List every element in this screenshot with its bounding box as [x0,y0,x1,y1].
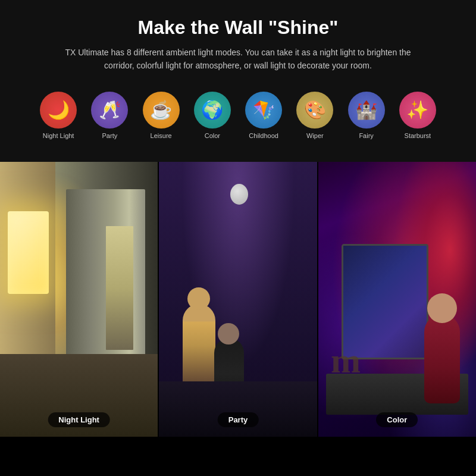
mode-icon-leisure: ☕ [150,99,172,120]
mode-label-color: Color [205,132,220,139]
party-balloon [230,184,248,205]
mode-color[interactable]: 🌍 Color [190,92,235,139]
mode-icon-childhood: 🪁 [253,99,275,120]
photos-section: Night Light Party m [0,162,476,437]
mode-label-leisure: Leisure [151,132,172,139]
mode-starburst[interactable]: ✨ Starburst [395,92,440,139]
mode-icon-starburst: ✨ [406,99,428,120]
mode-circle-wiper: 🎨 [296,92,333,129]
mode-circle-color: 🌍 [194,92,231,129]
photo-panel-color: m Color [317,162,476,437]
mode-label-nightlight: Night Light [43,132,74,139]
scene-party [159,162,317,437]
photo-label-color: Color [376,412,418,427]
party-person1 [183,304,215,387]
mode-fairy[interactable]: 🏰 Fairy [344,92,389,139]
modes-row: 🌙 Night Light 🥂 Party ☕ Leisure 🌍 Color … [36,86,440,150]
wall-light-square [8,211,49,294]
photo-panel-nightlight: Night Light [0,162,158,437]
mode-icon-party: 🥂 [99,99,121,120]
mode-nightlight[interactable]: 🌙 Night Light [36,92,81,139]
photo-bg-color: m [318,162,476,437]
mode-party[interactable]: 🥂 Party [87,92,132,139]
mode-icon-wiper: 🎨 [304,99,326,120]
mode-circle-nightlight: 🌙 [40,92,77,129]
hallway-inner [106,226,133,350]
photo-label-nightlight: Night Light [48,412,110,427]
photo-bg-nightlight [0,162,158,437]
top-section: Make the Wall "Shine" TX Ultimate has 8 … [0,0,476,162]
main-title: Make the Wall "Shine" [36,17,440,39]
mode-label-starburst: Starburst [405,132,431,139]
mode-circle-starburst: ✨ [399,92,436,129]
mode-wiper[interactable]: 🎨 Wiper [292,92,337,139]
mode-circle-childhood: 🪁 [245,92,282,129]
mode-circle-fairy: 🏰 [348,92,385,129]
mode-icon-fairy: 🏰 [355,99,377,120]
mode-icon-color: 🌍 [201,99,223,120]
mode-leisure[interactable]: ☕ Leisure [139,92,184,139]
mode-circle-party: 🥂 [91,92,128,129]
scene-nightlight [0,162,158,437]
scene-color: m [318,162,476,437]
party-floor [159,381,317,436]
mode-label-party: Party [102,132,118,139]
subtitle: TX Ultimate has 8 different ambient ligh… [60,46,416,73]
mode-circle-leisure: ☕ [143,92,180,129]
mode-icon-nightlight: 🌙 [48,99,70,120]
photo-bg-party [159,162,317,437]
photo-panel-party: Party [158,162,317,437]
color-person [424,314,460,403]
photo-label-party: Party [218,412,259,427]
mode-label-childhood: Childhood [249,132,278,139]
mode-label-wiper: Wiper [306,132,324,139]
mode-label-fairy: Fairy [359,132,373,139]
mode-childhood[interactable]: 🪁 Childhood [241,92,286,139]
